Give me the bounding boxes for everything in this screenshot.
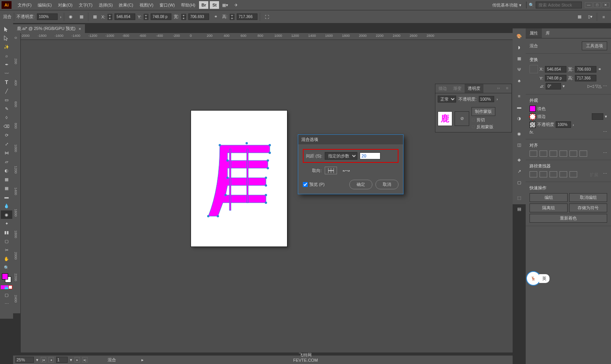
type-tool[interactable]: T: [1, 78, 12, 86]
selection-tool[interactable]: [1, 25, 12, 33]
brushes-panel-icon[interactable]: Ψ: [514, 65, 524, 74]
gradient-tab[interactable]: 渐变: [450, 84, 465, 93]
stroke-panel-icon[interactable]: ≡: [514, 91, 524, 101]
menu-file[interactable]: 文件(F): [15, 2, 35, 8]
align-vcenter-icon[interactable]: [569, 151, 577, 157]
angle-input[interactable]: [546, 83, 561, 89]
search-stock-input[interactable]: [536, 2, 582, 8]
w-input[interactable]: [188, 13, 209, 20]
preview-checkbox[interactable]: 预览 (P): [303, 182, 325, 187]
align-panel-icon[interactable]: ▤: [514, 204, 524, 214]
magic-wand-tool[interactable]: ✨: [1, 43, 12, 51]
isolate-icon[interactable]: ⛶: [262, 13, 271, 21]
x-stepper[interactable]: ▴▾: [108, 14, 112, 20]
color-guide-panel-icon[interactable]: ◗: [514, 42, 524, 52]
document-tab[interactable]: 鹿.ai* @ 25% (RGB/GPU 预览) ×: [13, 24, 85, 33]
zoom-input[interactable]: [15, 357, 34, 363]
panel-menu-icon[interactable]: ≡: [503, 84, 511, 93]
transparency-tab[interactable]: 透明度: [465, 84, 483, 93]
opacity-input[interactable]: [37, 13, 58, 20]
slice-tool[interactable]: ✂: [1, 246, 12, 254]
opacity-value-input[interactable]: [479, 96, 494, 102]
reference-point-icon[interactable]: ▦: [91, 13, 99, 21]
shaper-tool[interactable]: ◊: [1, 113, 12, 122]
divide-icon[interactable]: [569, 171, 577, 177]
y-stepper[interactable]: ▴▾: [144, 14, 148, 20]
window-maximize-button[interactable]: □: [593, 2, 601, 8]
menu-type[interactable]: 文字(T): [76, 2, 96, 8]
window-close-button[interactable]: ✕: [602, 2, 609, 8]
tool-options-button[interactable]: 工具选项: [582, 41, 607, 50]
transparency-panel-icon[interactable]: ◑: [514, 113, 524, 123]
unite-icon[interactable]: [530, 171, 537, 177]
rectangle-tool[interactable]: ▭: [1, 96, 12, 104]
flip-h-icon[interactable]: ▷◁: [588, 84, 594, 89]
curvature-tool[interactable]: 〰: [1, 69, 12, 78]
blend-tool[interactable]: ◉: [1, 210, 12, 219]
shape-builder-tool[interactable]: ◐: [1, 166, 12, 175]
flip-v-icon[interactable]: ▽△: [595, 84, 601, 89]
fill-stroke-swatch[interactable]: [2, 273, 11, 283]
gpu-icon[interactable]: ✈: [231, 1, 241, 9]
panel-collapse-icon[interactable]: ››: [494, 84, 503, 93]
reference-point-icon[interactable]: [530, 65, 538, 73]
zoom-tool[interactable]: 🔍: [1, 263, 12, 272]
color-mode-icon[interactable]: [1, 284, 12, 290]
workspace-switcher[interactable]: 传统基本功能▾: [490, 2, 524, 8]
artboards-panel-icon[interactable]: ▢: [514, 177, 524, 187]
pen-tool[interactable]: ✒: [1, 60, 12, 69]
scale-tool[interactable]: ⤢: [1, 140, 12, 148]
menu-window[interactable]: 窗口(W): [156, 2, 178, 8]
symbol-sprayer-tool[interactable]: ✦: [1, 219, 12, 228]
graphic-styles-panel-icon[interactable]: ◫: [514, 140, 524, 150]
align-right-icon[interactable]: [550, 151, 557, 157]
h-stepper[interactable]: ▴▾: [230, 14, 234, 20]
artboard-tool[interactable]: ▢: [1, 237, 12, 245]
libraries-tab[interactable]: 库: [542, 28, 554, 38]
opacity-chevron-icon[interactable]: ›: [496, 97, 498, 101]
clip-checkbox[interactable]: ☐ 剪切: [472, 117, 495, 123]
paintbrush-tool[interactable]: ✎: [1, 104, 12, 113]
prop-h-input[interactable]: [575, 75, 596, 81]
fx-button[interactable]: fx.: [530, 130, 534, 134]
h-input[interactable]: [237, 13, 257, 20]
group-button[interactable]: 编组: [530, 193, 568, 202]
exclude-icon[interactable]: [560, 171, 567, 177]
last-artboard-button[interactable]: ▸|: [82, 357, 88, 362]
edit-toolbar-icon[interactable]: ⋯: [1, 299, 12, 308]
links-panel-icon[interactable]: ⬚: [514, 193, 524, 203]
menu-help[interactable]: 帮助(H): [178, 2, 198, 8]
spacing-value-input[interactable]: [360, 152, 380, 159]
bridge-icon[interactable]: Br: [199, 1, 208, 9]
line-tool[interactable]: ╱: [1, 87, 12, 95]
menu-object[interactable]: 对象(O): [55, 2, 76, 8]
isolate-button[interactable]: 隔离组: [530, 204, 568, 212]
ungroup-button[interactable]: 取消编组: [569, 193, 607, 202]
eraser-tool[interactable]: ⌫: [1, 122, 12, 131]
first-artboard-button[interactable]: |◂: [41, 357, 46, 362]
align-left-icon[interactable]: [530, 151, 537, 157]
link-wh-icon[interactable]: ⚭: [211, 13, 220, 21]
appearance-more-icon[interactable]: ⋯: [603, 129, 607, 134]
prop-opacity-input[interactable]: [556, 121, 571, 128]
save-symbol-button[interactable]: 存储为符号: [569, 204, 607, 212]
gradient-panel-icon[interactable]: ▬: [514, 102, 524, 112]
arrange-docs-icon[interactable]: ▦▾: [221, 1, 230, 9]
orient-align-page-icon[interactable]: ┝┿┥: [325, 167, 337, 174]
symbols-panel-icon[interactable]: ♣: [514, 76, 524, 86]
align-hcenter-icon[interactable]: [540, 151, 547, 157]
prop-y-input[interactable]: [545, 75, 566, 81]
menu-edit[interactable]: 编辑(E): [35, 2, 55, 8]
x-input[interactable]: [115, 13, 135, 20]
column-graph-tool[interactable]: ▮▮: [1, 228, 12, 237]
fill-swatch[interactable]: [530, 106, 536, 112]
align-pixel-icon[interactable]: ▦: [575, 13, 584, 21]
color-panel-icon[interactable]: 🎨: [514, 31, 524, 41]
stroke-swatch[interactable]: [530, 114, 536, 120]
pathfinder-more-icon[interactable]: ⋯: [603, 171, 607, 179]
menu-select[interactable]: 选择(S): [96, 2, 116, 8]
width-tool[interactable]: ⋈: [1, 149, 12, 157]
blend-mode-select[interactable]: 正常: [438, 96, 456, 103]
document-tab-close-icon[interactable]: ×: [78, 26, 81, 31]
artboard-chevron-icon[interactable]: ▾: [70, 357, 72, 362]
